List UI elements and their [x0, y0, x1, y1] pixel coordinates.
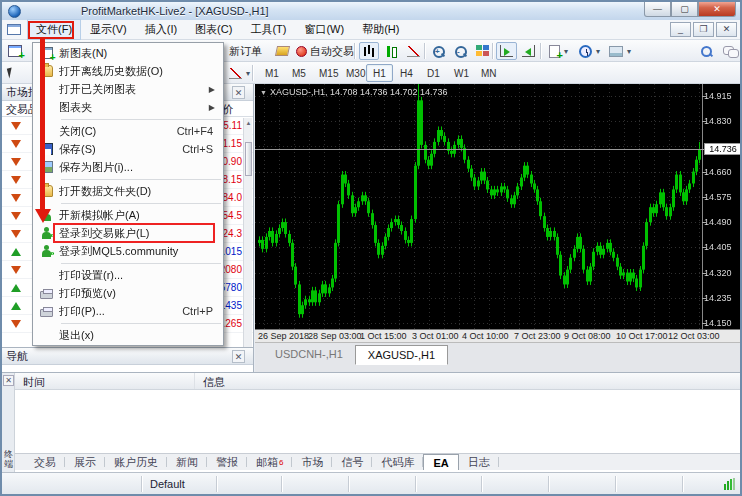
market-watch-close-icon[interactable]: ✕ — [232, 86, 245, 99]
zoom-in-button[interactable]: + — [428, 42, 449, 60]
terminal-tab-信号[interactable]: 信号 — [332, 454, 372, 470]
price-tick-label: 14.235 — [704, 293, 742, 303]
objects-dropdown-button[interactable]: ▾ — [225, 64, 254, 82]
bid-price: 54.5 — [223, 210, 242, 221]
file-menu-item-保存(S)[interactable]: 保存(S)Ctrl+S — [33, 140, 223, 158]
indicators-button[interactable]: ▾ — [545, 42, 572, 60]
terminal-tab-展示[interactable]: 展示 — [65, 454, 105, 470]
status-cell — [217, 476, 282, 492]
file-menu-item-开新模拟帐户(A)[interactable]: 开新模拟帐户(A) — [33, 206, 223, 224]
app-logo-icon — [8, 5, 21, 18]
terminal-close-icon[interactable]: ✕ — [3, 375, 14, 386]
child-minimize-button[interactable]: _ — [670, 22, 691, 37]
terminal-vertical-label[interactable]: 终端 — [2, 449, 15, 469]
chart-tab-XAGUSD-,H1[interactable]: XAGUSD-,H1 — [355, 345, 448, 365]
timeframe-M5-button[interactable]: M5 — [285, 64, 313, 82]
navigator-close-icon[interactable]: ✕ — [232, 350, 245, 363]
tile-windows-button[interactable] — [472, 42, 493, 60]
chart-window-icon[interactable] — [7, 24, 21, 35]
periods-button[interactable]: ▾ — [575, 42, 604, 60]
cursor-tool-button[interactable] — [4, 64, 17, 82]
terminal-tab-EA[interactable]: EA — [423, 454, 458, 470]
menu-图表(C)[interactable]: 图表(C) — [186, 19, 241, 40]
file-menu-item-图表夹[interactable]: 图表夹▶ — [33, 98, 223, 116]
terminal-tab-警报[interactable]: 警报 — [207, 454, 247, 470]
market-tag-button[interactable] — [272, 42, 293, 60]
chart-window[interactable]: ▼XAGUSD-,H1, 14.708 14.736 14.702 14.736… — [255, 84, 742, 372]
autotrading-button[interactable]: 自动交易 — [292, 42, 358, 60]
candlestick-icon — [385, 45, 397, 58]
candlestick-button[interactable] — [381, 42, 401, 60]
child-close-button[interactable]: ✕ — [716, 22, 737, 37]
menu-窗口(W)[interactable]: 窗口(W) — [295, 19, 353, 40]
submenu-arrow-icon: ▶ — [209, 103, 223, 112]
timeframe-H4-button[interactable]: H4 — [393, 64, 420, 82]
menu-文件(F)[interactable]: 文件(F) — [27, 19, 81, 40]
terminal-tab-市场[interactable]: 市场 — [292, 454, 332, 470]
message-column-header[interactable]: 信息 — [195, 373, 233, 389]
scrollbar-thumb[interactable] — [245, 142, 252, 176]
terminal-tab-账户历史[interactable]: 账户历史 — [105, 454, 167, 470]
line-chart-button[interactable] — [403, 42, 424, 60]
file-menu-item-新图表(N)[interactable]: 新图表(N) — [33, 44, 223, 62]
menu-插入(I)[interactable]: 插入(I) — [136, 19, 186, 40]
price-down-arrow-icon — [11, 122, 21, 130]
time-axis[interactable]: 26 Sep 201828 Sep 03:001 Oct 15:003 Oct … — [255, 329, 742, 342]
timeframe-D1-button[interactable]: D1 — [420, 64, 447, 82]
dropdown-arrow-icon: ▾ — [564, 47, 568, 56]
file-menu-item-登录到MQL5.community[interactable]: »登录到MQL5.community — [33, 242, 223, 260]
timeframe-M1-button[interactable]: M1 — [258, 64, 286, 82]
minimize-button[interactable]: — — [644, 2, 671, 17]
user-arrow-icon: » — [40, 245, 53, 257]
file-menu-item-退出(x)[interactable]: 退出(x) — [33, 326, 223, 344]
market-watch-scrollbar[interactable]: ▲ ▼ — [243, 118, 252, 368]
chart-shift-button[interactable] — [518, 42, 539, 60]
menu-item-label: 打开离线历史数据(O) — [59, 64, 223, 79]
auto-scroll-button[interactable] — [496, 42, 517, 60]
timeframe-W1-button[interactable]: W1 — [447, 64, 476, 82]
new-order-button[interactable]: 新订单 — [225, 42, 266, 60]
close-button[interactable]: ✕ — [698, 2, 736, 17]
terminal-tab-邮箱[interactable]: 邮箱6 — [247, 454, 292, 470]
menu-item-label: 图表夹 — [59, 100, 209, 115]
file-menu-item-打印(P)...[interactable]: 打印(P)...Ctrl+P — [33, 302, 223, 320]
new-chart-button[interactable] — [4, 42, 26, 60]
terminal-tab-代码库[interactable]: 代码库 — [372, 454, 423, 470]
file-menu-item-打开数据文件夹(D)[interactable]: 打开数据文件夹(D) — [33, 182, 223, 200]
file-menu-item-打印预览(v)[interactable]: 打印预览(v) — [33, 284, 223, 302]
terminal-tab-新闻[interactable]: 新闻 — [167, 454, 207, 470]
file-menu-item-关闭(C)[interactable]: 关闭(C)Ctrl+F4 — [33, 122, 223, 140]
terminal-tab-交易[interactable]: 交易 — [25, 454, 65, 470]
menu-item-shortcut: Ctrl+F4 — [177, 125, 223, 137]
file-menu-item-保存为图片(i)...[interactable]: 保存为图片(i)... — [33, 158, 223, 176]
file-menu-item-打开离线历史数据(O)[interactable]: 打开离线历史数据(O) — [33, 62, 223, 80]
child-restore-button[interactable]: ❐ — [693, 22, 714, 37]
menu-item-label: 保存(S) — [59, 142, 182, 157]
menu-工具(T)[interactable]: 工具(T) — [241, 19, 295, 40]
timeframe-H1-button[interactable]: H1 — [366, 64, 393, 82]
file-menu-item-登录到交易账户(L)[interactable]: »登录到交易账户(L) — [33, 224, 223, 242]
menu-显示(V)[interactable]: 显示(V) — [81, 19, 136, 40]
scroll-up-icon[interactable]: ▲ — [244, 118, 253, 128]
search-button[interactable] — [696, 42, 717, 60]
zoom-out-button[interactable]: - — [450, 42, 471, 60]
chat-button[interactable] — [719, 42, 742, 60]
menu-帮助(H)[interactable]: 帮助(H) — [353, 19, 408, 40]
candlestick-chart[interactable] — [255, 84, 742, 329]
status-profile-cell[interactable]: Default — [142, 476, 217, 492]
chart-tab-USDCNH-,H1[interactable]: USDCNH-,H1 — [263, 345, 355, 363]
file-menu-item-打开已关闭图表[interactable]: 打开已关闭图表▶ — [33, 80, 223, 98]
maximize-button[interactable]: ▢ — [671, 2, 698, 17]
terminal-panel: ✕ 终端 时间 信息 交易展示账户历史新闻警报邮箱6市场信号代码库EA日志 — [2, 372, 742, 472]
zoom-in-icon: + — [432, 45, 445, 58]
time-column-header[interactable]: 时间 — [15, 373, 195, 389]
templates-button[interactable]: ▾ — [605, 42, 635, 60]
status-cell — [416, 476, 482, 492]
chart-menu-triangle-icon[interactable]: ▼ — [260, 89, 267, 96]
bar-chart-button[interactable] — [359, 42, 379, 60]
terminal-tab-日志[interactable]: 日志 — [459, 454, 499, 470]
file-menu-item-打印设置(r)...[interactable]: 打印设置(r)... — [33, 266, 223, 284]
price-up-arrow-icon — [11, 248, 21, 256]
timeframe-MN-button[interactable]: MN — [474, 64, 504, 82]
menu-bar: 文件(F)显示(V)插入(I)图表(C)工具(T)窗口(W)帮助(H) _ ❐ … — [2, 20, 740, 40]
